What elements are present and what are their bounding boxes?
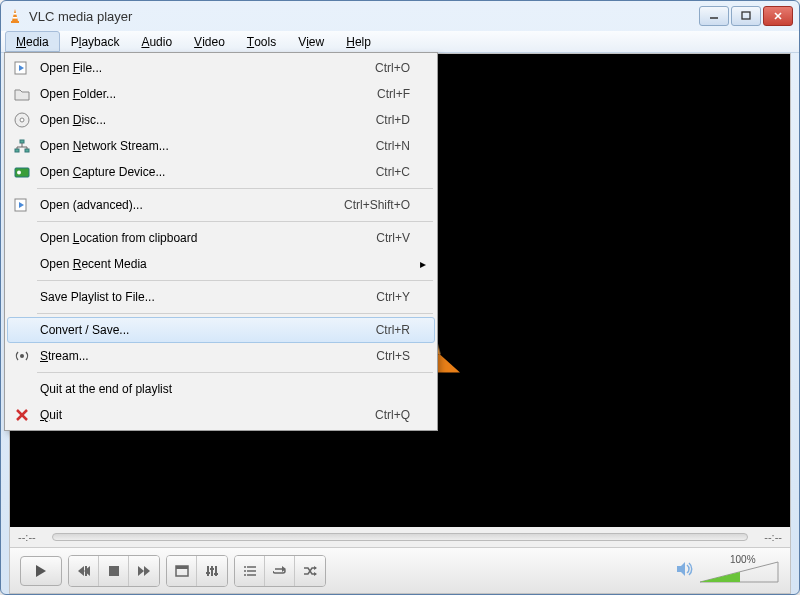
- menu-item-shortcut: Ctrl+S: [376, 349, 410, 363]
- vlc-cone-icon: [7, 8, 23, 24]
- svg-point-54: [20, 354, 24, 358]
- blank-icon: [12, 289, 32, 305]
- app-window: VLC media player MediaPlaybackAudioVideo…: [0, 0, 800, 595]
- seek-slider[interactable]: [52, 533, 748, 541]
- menu-tools[interactable]: Tools: [236, 31, 287, 52]
- menubar: MediaPlaybackAudioVideoToolsViewHelp: [1, 31, 799, 53]
- titlebar: VLC media player: [1, 1, 799, 31]
- blank-icon: [12, 381, 32, 397]
- svg-marker-0: [12, 9, 18, 21]
- playlist-group: [234, 555, 326, 587]
- svg-marker-12: [78, 566, 84, 576]
- menu-item-shortcut: Ctrl+V: [376, 231, 410, 245]
- window-title: VLC media player: [29, 9, 699, 24]
- maximize-button[interactable]: [731, 6, 761, 26]
- menu-item-shortcut: Ctrl+D: [376, 113, 410, 127]
- menu-item-label: Save Playlist to File...: [40, 290, 376, 304]
- menu-help[interactable]: Help: [335, 31, 382, 52]
- next-button[interactable]: [129, 556, 159, 586]
- menu-item-shortcut: Ctrl+O: [375, 61, 410, 75]
- menu-item-convert-save[interactable]: Convert / Save...Ctrl+R: [7, 317, 435, 343]
- minimize-button[interactable]: [699, 6, 729, 26]
- menu-item-shortcut: Ctrl+Shift+O: [344, 198, 410, 212]
- blank-icon: [12, 256, 32, 272]
- svg-rect-21: [207, 566, 209, 576]
- svg-rect-5: [742, 12, 750, 19]
- svg-rect-22: [211, 566, 213, 576]
- menu-item-open-folder[interactable]: Open Folder...Ctrl+F: [7, 81, 435, 107]
- menu-item-save-playlist-to-file[interactable]: Save Playlist to File...Ctrl+Y: [7, 284, 435, 310]
- stream-icon: [12, 348, 32, 364]
- svg-rect-45: [25, 149, 29, 152]
- extended-settings-button[interactable]: [197, 556, 227, 586]
- time-elapsed: --:--: [18, 531, 46, 543]
- window-buttons: [699, 6, 793, 26]
- svg-marker-36: [677, 562, 685, 576]
- volume-slider[interactable]: 100%: [700, 558, 780, 584]
- svg-marker-38: [700, 572, 740, 582]
- menu-separator: [37, 372, 433, 373]
- file-play-icon: [12, 197, 32, 213]
- volume-area: 100%: [676, 558, 780, 584]
- svg-rect-3: [13, 17, 18, 19]
- svg-rect-26: [214, 573, 218, 575]
- play-button[interactable]: [20, 556, 62, 586]
- svg-rect-1: [11, 21, 19, 23]
- transport-group: [68, 555, 160, 587]
- menu-item-open-network-stream[interactable]: Open Network Stream...Ctrl+N: [7, 133, 435, 159]
- svg-rect-24: [206, 572, 210, 574]
- menu-item-shortcut: Ctrl+R: [376, 323, 410, 337]
- menu-item-open-disc[interactable]: Open Disc...Ctrl+D: [7, 107, 435, 133]
- menu-item-quit[interactable]: QuitCtrl+Q: [7, 402, 435, 428]
- menu-view[interactable]: View: [287, 31, 335, 52]
- menu-item-label: Convert / Save...: [40, 323, 376, 337]
- menu-audio[interactable]: Audio: [130, 31, 183, 52]
- shuffle-button[interactable]: [295, 556, 325, 586]
- menu-media[interactable]: Media: [5, 31, 60, 52]
- menu-item-open-file[interactable]: Open File...Ctrl+O: [7, 55, 435, 81]
- menu-item-open-location-from-clipboard[interactable]: Open Location from clipboardCtrl+V: [7, 225, 435, 251]
- quit-icon: [12, 407, 32, 423]
- menu-item-label: Stream...: [40, 349, 376, 363]
- menu-item-open-recent-media[interactable]: Open Recent Media▸: [7, 251, 435, 277]
- menu-item-stream[interactable]: Stream...Ctrl+S: [7, 343, 435, 369]
- playlist-button[interactable]: [235, 556, 265, 586]
- svg-rect-20: [176, 566, 188, 569]
- view-group: [166, 555, 228, 587]
- file-play-icon: [12, 60, 32, 76]
- capture-icon: [12, 164, 32, 180]
- disc-icon: [12, 112, 32, 128]
- menu-item-label: Open Folder...: [40, 87, 377, 101]
- loop-button[interactable]: [265, 556, 295, 586]
- menu-item-shortcut: Ctrl+Y: [376, 290, 410, 304]
- menu-playback[interactable]: Playback: [60, 31, 131, 52]
- menu-separator: [37, 280, 433, 281]
- menu-separator: [37, 221, 433, 222]
- menu-video[interactable]: Video: [183, 31, 236, 52]
- menu-item-open-capture-device[interactable]: Open Capture Device...Ctrl+C: [7, 159, 435, 185]
- menu-item-open-advanced[interactable]: Open (advanced)...Ctrl+Shift+O: [7, 192, 435, 218]
- menu-item-label: Open Network Stream...: [40, 139, 376, 153]
- svg-rect-44: [15, 149, 19, 152]
- svg-rect-25: [210, 568, 214, 570]
- menu-item-label: Open Capture Device...: [40, 165, 376, 179]
- menu-item-label: Quit: [40, 408, 375, 422]
- svg-rect-2: [13, 13, 16, 15]
- fullscreen-button[interactable]: [167, 556, 197, 586]
- menu-item-label: Open Disc...: [40, 113, 376, 127]
- menu-item-quit-at-the-end-of-playlist[interactable]: Quit at the end of playlist: [7, 376, 435, 402]
- svg-marker-17: [144, 566, 150, 576]
- svg-rect-15: [109, 566, 119, 576]
- menu-item-shortcut: Ctrl+N: [376, 139, 410, 153]
- svg-point-51: [17, 171, 21, 175]
- close-button[interactable]: [763, 6, 793, 26]
- menu-item-shortcut: Ctrl+C: [376, 165, 410, 179]
- menu-item-label: Open Location from clipboard: [40, 231, 376, 245]
- previous-button[interactable]: [69, 556, 99, 586]
- speaker-icon[interactable]: [676, 561, 694, 580]
- menu-item-shortcut: Ctrl+F: [377, 87, 410, 101]
- submenu-arrow-icon: ▸: [420, 257, 430, 271]
- stop-button[interactable]: [99, 556, 129, 586]
- blank-icon: [12, 322, 32, 338]
- menu-item-label: Open Recent Media: [40, 257, 410, 271]
